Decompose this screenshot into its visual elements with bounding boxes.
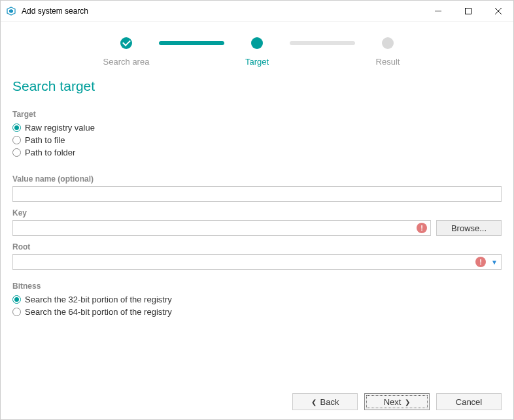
step-result: Result [355, 37, 420, 67]
bitness-radio-group: Search the 32-bit portion of the registr… [12, 295, 502, 319]
radio-icon [12, 123, 21, 132]
target-option-path-folder[interactable]: Path to folder [12, 148, 502, 157]
svg-marker-1 [9, 9, 13, 13]
close-button[interactable] [483, 1, 513, 22]
value-name-label: Value name (optional) [12, 174, 502, 184]
stepper: Search area Target Result [12, 37, 502, 67]
next-button[interactable]: Next❯ [364, 393, 430, 410]
bitness-option-64[interactable]: Search the 64-bit portion of the registr… [12, 307, 502, 317]
minimize-button[interactable] [423, 1, 453, 22]
target-section-label: Target [12, 110, 502, 119]
target-option-path-file[interactable]: Path to file [12, 135, 502, 145]
back-button[interactable]: ❮Back [292, 393, 358, 410]
cancel-button[interactable]: Cancel [436, 393, 502, 410]
key-input[interactable] [12, 220, 431, 236]
bitness-option-32[interactable]: Search the 32-bit portion of the registr… [12, 295, 502, 304]
window-title: Add system search [22, 7, 423, 16]
target-option-raw-registry[interactable]: Raw registry value [12, 123, 502, 133]
radio-icon [12, 295, 21, 304]
browse-button[interactable]: Browse... [436, 220, 502, 236]
check-icon [120, 37, 132, 49]
root-label: Root [12, 242, 502, 251]
chevron-right-icon: ❯ [405, 398, 410, 406]
key-label: Key [12, 208, 502, 218]
error-icon: ! [417, 223, 427, 233]
error-icon: ! [475, 257, 486, 267]
page-title: Search target [12, 78, 502, 94]
bitness-section-label: Bitness [12, 282, 502, 291]
value-name-input[interactable] [12, 186, 502, 202]
maximize-button[interactable] [453, 1, 483, 22]
step-target: Target [224, 37, 290, 67]
root-select[interactable] [12, 254, 502, 270]
svg-rect-3 [466, 8, 471, 14]
step-connector [159, 41, 224, 45]
app-icon [6, 6, 16, 16]
target-radio-group: Raw registry value Path to file Path to … [12, 123, 502, 160]
titlebar: Add system search [1, 1, 513, 22]
radio-icon [12, 148, 21, 157]
radio-icon [12, 308, 21, 316]
footer: ❮Back Next❯ Cancel [12, 384, 502, 419]
step-search-area: Search area [94, 37, 159, 67]
step-connector [290, 41, 355, 45]
chevron-left-icon: ❮ [311, 398, 317, 406]
radio-icon [12, 136, 21, 144]
